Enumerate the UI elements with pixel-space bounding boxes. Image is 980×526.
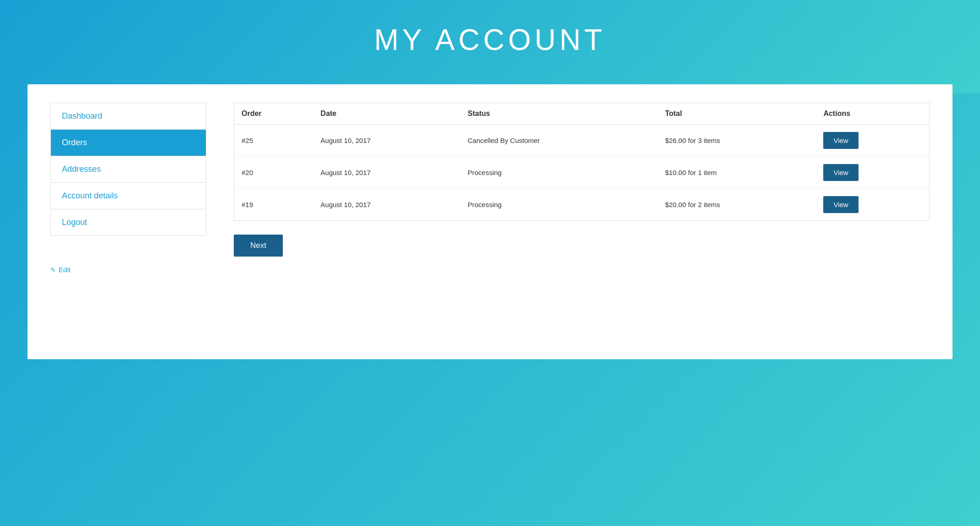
page-title: MY ACCOUNT xyxy=(9,23,971,57)
view-button-19[interactable]: View xyxy=(823,196,858,213)
orders-table: Order Date Status Total Actions #25 Augu… xyxy=(234,103,930,221)
order-action: View xyxy=(816,189,929,221)
table-row: #25 August 10, 2017 Cancelled By Custome… xyxy=(234,125,930,157)
edit-link[interactable]: ✎ Edit xyxy=(50,266,930,274)
header-section: MY ACCOUNT xyxy=(0,0,980,93)
order-total: $26.00 for 3 items xyxy=(658,125,816,157)
order-date: August 10, 2017 xyxy=(313,125,460,157)
col-date: Date xyxy=(313,103,460,125)
col-status: Status xyxy=(460,103,658,125)
col-actions: Actions xyxy=(816,103,929,125)
view-button-20[interactable]: View xyxy=(823,164,858,181)
order-status: Processing xyxy=(460,189,658,221)
order-number: #19 xyxy=(234,189,314,221)
main-content: Order Date Status Total Actions #25 Augu… xyxy=(234,103,930,257)
table-row: #20 August 10, 2017 Processing $10.00 fo… xyxy=(234,157,930,189)
col-order: Order xyxy=(234,103,314,125)
order-status: Cancelled By Customer xyxy=(460,125,658,157)
next-button[interactable]: Next xyxy=(234,235,283,257)
sidebar-item-orders[interactable]: Orders xyxy=(51,130,206,156)
order-number: #25 xyxy=(234,125,314,157)
order-total: $10.00 for 1 item xyxy=(658,157,816,189)
sidebar-item-logout[interactable]: Logout xyxy=(51,209,206,236)
edit-label: Edit xyxy=(59,266,71,274)
sidebar: Dashboard Orders Addresses Account detai… xyxy=(50,103,206,236)
order-action: View xyxy=(816,125,929,157)
sidebar-item-dashboard[interactable]: Dashboard xyxy=(51,103,206,130)
col-total: Total xyxy=(658,103,816,125)
order-date: August 10, 2017 xyxy=(313,189,460,221)
view-button-25[interactable]: View xyxy=(823,132,858,149)
order-status: Processing xyxy=(460,157,658,189)
sidebar-item-account-details[interactable]: Account details xyxy=(51,183,206,209)
order-date: August 10, 2017 xyxy=(313,157,460,189)
edit-icon: ✎ xyxy=(50,266,56,274)
content-wrapper: Dashboard Orders Addresses Account detai… xyxy=(28,84,952,359)
sidebar-item-addresses[interactable]: Addresses xyxy=(51,156,206,183)
order-number: #20 xyxy=(234,157,314,189)
order-total: $20.00 for 2 items xyxy=(658,189,816,221)
table-row: #19 August 10, 2017 Processing $20.00 fo… xyxy=(234,189,930,221)
order-action: View xyxy=(816,157,929,189)
